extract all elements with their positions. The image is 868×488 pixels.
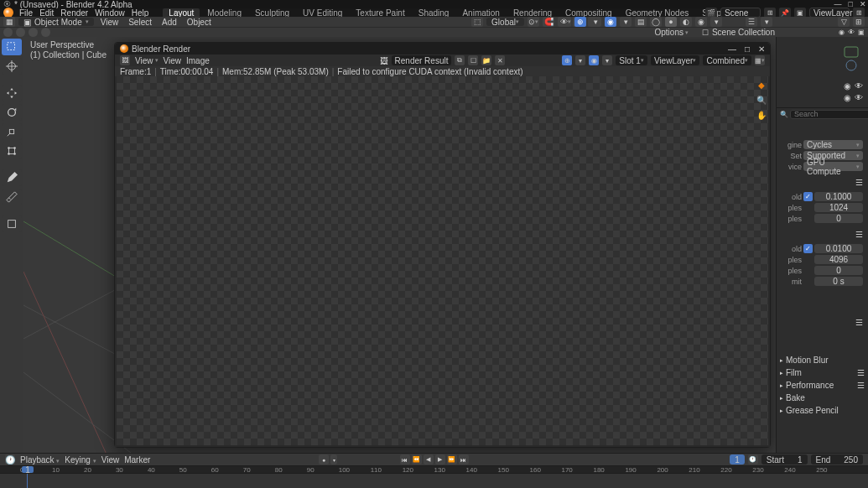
keying-menu[interactable]: Keying ▾ [65, 455, 96, 465]
tab-geometry-nodes[interactable]: Geometry Nodes [620, 8, 695, 18]
list-icon[interactable]: ☰ [857, 381, 865, 390]
mode-select[interactable]: ▣ Object Mode ▾ [18, 18, 94, 26]
list-icon[interactable]: ☰ [855, 178, 863, 187]
fake-user-button[interactable]: ⧉ [455, 55, 465, 65]
move-tool[interactable] [2, 85, 22, 101]
pan-icon[interactable]: ✋ [756, 110, 767, 120]
restrict-select-icon[interactable]: ◉ [844, 80, 851, 92]
autokey-dropdown[interactable]: ▾ [330, 454, 337, 465]
menu-render[interactable]: Render [58, 8, 91, 18]
play-button[interactable]: ▶ [435, 454, 445, 465]
render-close-button[interactable]: ✕ [758, 44, 765, 54]
rd-max-field[interactable]: 4096 [814, 255, 863, 264]
3d-viewport[interactable]: User Perspective (1) Collection | Cube B… [23, 37, 776, 453]
playhead-cursor[interactable]: 1 [22, 466, 34, 473]
overlay-dropdown[interactable]: ▾ [620, 17, 632, 27]
transform-orientation[interactable]: Global ▾ [486, 18, 524, 26]
outliner-camera-row[interactable] [780, 40, 865, 80]
current-frame-field[interactable]: 1 [730, 454, 745, 465]
rd-time-field[interactable]: 0 s [814, 277, 863, 286]
sampling-render-header[interactable]: ☰ [777, 228, 868, 241]
start-frame-field[interactable]: Start 1 [761, 454, 808, 465]
image-gizmo-toggle[interactable]: ⊕ [562, 55, 572, 65]
tab-layout[interactable]: Layout [163, 8, 200, 18]
rd-noise-check[interactable]: ✓ [803, 244, 813, 253]
restrict-viewport-icon[interactable]: 👁 [855, 80, 863, 92]
view-menu[interactable]: View [97, 18, 122, 27]
preview-range-button[interactable]: 🕐 [748, 454, 758, 465]
rd-noise-field[interactable]: 0.0100 [814, 244, 863, 253]
shading-material[interactable]: ◐ [680, 17, 692, 27]
shade-ball-3[interactable] [29, 28, 38, 37]
image-editor-type[interactable]: 🖼 [120, 55, 130, 65]
menu-edit[interactable]: Edit [37, 8, 56, 18]
measure-tool[interactable] [2, 189, 22, 205]
advanced-header[interactable]: ☰ [777, 316, 868, 329]
menu-window[interactable]: Window [92, 8, 127, 18]
object-menu[interactable]: Object [184, 18, 215, 27]
options-dropdown[interactable]: Options ▾ [654, 28, 688, 37]
jump-start-button[interactable]: ⏮ [400, 454, 410, 465]
annotate-tool[interactable] [2, 169, 22, 186]
timeline-marker-menu[interactable]: Marker [124, 455, 150, 465]
timeline-editor-icon[interactable]: 🕐 [5, 454, 15, 465]
scale-tool[interactable] [2, 123, 22, 140]
unlink-image-button[interactable]: ✕ [495, 55, 505, 65]
play-reverse-button[interactable]: ◀ [424, 454, 434, 465]
outliner-filter-icon[interactable]: ▽ [838, 17, 850, 27]
timeline-body[interactable] [0, 474, 868, 488]
render-view-menu[interactable]: View [164, 56, 182, 65]
snap-icon[interactable]: 🧲 [543, 17, 554, 27]
select-box-tool[interactable] [2, 39, 22, 55]
tab-uv-editing[interactable]: UV Editing [297, 8, 348, 18]
prev-keyframe-button[interactable]: ⏪ [412, 454, 422, 465]
restrict-select-icon[interactable]: ◉ [844, 92, 851, 104]
shading-solid[interactable]: ● [665, 17, 677, 27]
next-keyframe-button[interactable]: ⏩ [447, 454, 457, 465]
autokey-button[interactable]: ● [319, 454, 329, 465]
display-channels[interactable]: ▦▾ [755, 55, 765, 65]
playback-menu[interactable]: Playback ▾ [20, 455, 60, 465]
performance-header[interactable]: Performance☰ [777, 379, 868, 392]
gizmo-toggle[interactable]: ⊕ [574, 17, 586, 27]
restrict-viewport-icon[interactable]: 👁 [855, 92, 863, 104]
tab-shading[interactable]: Shading [413, 8, 455, 18]
render-canvas[interactable]: ◆ 🔍 ✋ [115, 76, 770, 447]
overlay-toggle[interactable]: ◉ [605, 17, 616, 27]
outliner-new-collection[interactable]: ⊞ [853, 17, 865, 27]
vp-noise-check[interactable]: ✓ [803, 192, 813, 201]
rd-min-field[interactable]: 0 [814, 266, 863, 275]
jump-end-button[interactable]: ⏭ [459, 454, 469, 465]
transform-tool[interactable] [2, 143, 22, 159]
vp-max-field[interactable]: 1024 [814, 203, 863, 212]
collection-toggle-3[interactable]: ▣ [858, 29, 865, 36]
shade-ball-2[interactable] [16, 28, 25, 37]
list-icon[interactable]: ☰ [855, 318, 863, 327]
motion-blur-header[interactable]: Motion Blur [777, 354, 868, 366]
collection-toggle-2[interactable]: 👁 [848, 29, 855, 36]
vp-noise-field[interactable]: 0.1000 [814, 192, 863, 201]
shading-dropdown[interactable]: ▾ [710, 17, 722, 27]
select-menu[interactable]: Select [125, 18, 155, 27]
xray-toggle[interactable]: ▤ [635, 17, 647, 27]
menu-help[interactable]: Help [129, 8, 152, 18]
image-gizmo-dropdown[interactable]: ▾ [575, 55, 585, 65]
shading-wireframe[interactable]: ◯ [650, 17, 662, 27]
render-minimize-button[interactable]: — [728, 44, 736, 54]
sampling-viewport-header[interactable]: ☰ [777, 176, 868, 189]
tab-compositing[interactable]: Compositing [559, 8, 618, 18]
add-cube-tool[interactable] [2, 215, 22, 232]
tab-rendering[interactable]: Rendering [507, 8, 558, 18]
new-image-button[interactable]: ☐ [468, 55, 478, 65]
vp-min-field[interactable]: 0 [814, 214, 863, 223]
shade-ball-1[interactable] [3, 28, 13, 37]
collection-toggle-1[interactable]: ◉ [839, 29, 845, 36]
zoom-icon[interactable]: 🔍 [756, 95, 767, 105]
outliner-editor-icon[interactable]: ☰ [746, 17, 757, 27]
rotate-tool[interactable] [2, 104, 22, 121]
render-view-mode[interactable]: View▾ [135, 56, 159, 65]
list-icon[interactable]: ☰ [857, 368, 865, 377]
image-overlay-dropdown[interactable]: ▾ [602, 55, 612, 65]
render-image-menu[interactable]: Image [186, 56, 210, 65]
tab-modeling[interactable]: Modeling [201, 8, 247, 18]
